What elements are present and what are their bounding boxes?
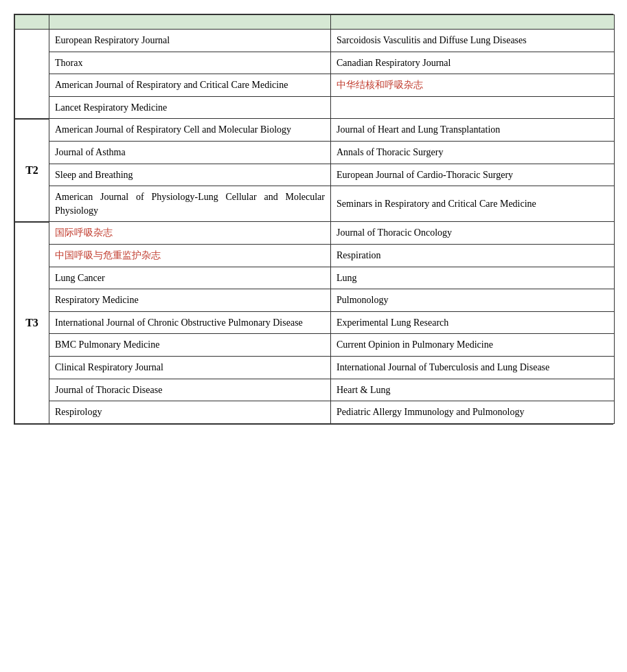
header-journal2: [331, 15, 615, 30]
journal-right: International Journal of Tuberculosis an…: [331, 356, 615, 379]
journal-left: Journal of Thoracic Disease: [49, 379, 331, 401]
table-row: Respiratory MedicinePulmonology: [15, 289, 615, 312]
journal-left: Sleep and Breathing: [49, 164, 331, 186]
table-row: American Journal of Physiology-Lung Cell…: [15, 186, 615, 222]
journal-right: European Journal of Cardio-Thoracic Surg…: [331, 164, 615, 186]
journal-right: Seminars in Respiratory and Critical Car…: [331, 186, 615, 222]
journal-right: 中华结核和呼吸杂志: [331, 74, 615, 97]
table-row: Lung CancerLung: [15, 267, 615, 289]
table-row: ThoraxCanadian Respiratory Journal: [15, 52, 615, 74]
journal-left: 国际呼吸杂志: [49, 222, 331, 245]
table-row: RespirologyPediatric Allergy Immunology …: [15, 401, 615, 424]
journal-left: Respirology: [49, 401, 331, 424]
table-row: American Journal of Respiratory and Crit…: [15, 74, 615, 97]
table-row: Clinical Respiratory JournalInternationa…: [15, 356, 615, 379]
journal-right: Annals of Thoracic Surgery: [331, 141, 615, 164]
journal-left: American Journal of Physiology-Lung Cell…: [49, 186, 331, 222]
journal-right: Sarcoidosis Vasculitis and Diffuse Lung …: [331, 30, 615, 52]
grade-cell-top: [15, 30, 49, 119]
table-row: Lancet Respiratory Medicine: [15, 96, 615, 119]
main-table-container: European Respiratory JournalSarcoidosis …: [14, 14, 613, 425]
journal-left: Clinical Respiratory Journal: [49, 356, 331, 379]
journal-right: Journal of Heart and Lung Transplantatio…: [331, 119, 615, 142]
journal-right: Experimental Lung Research: [331, 311, 615, 334]
journal-left: Thorax: [49, 52, 331, 74]
journal-right: Pulmonology: [331, 289, 615, 312]
journal-right: Respiration: [331, 244, 615, 267]
journal-left: Lancet Respiratory Medicine: [49, 96, 331, 119]
journal-left: Journal of Asthma: [49, 141, 331, 164]
journal-left: American Journal of Respiratory and Crit…: [49, 74, 331, 97]
journal-left: International Journal of Chronic Obstruc…: [49, 311, 331, 334]
header-grade: [15, 15, 49, 30]
table-row: Sleep and BreathingEuropean Journal of C…: [15, 164, 615, 186]
journal-right: [331, 96, 615, 119]
table-row: BMC Pulmonary MedicineCurrent Opinion in…: [15, 334, 615, 357]
table-row: T2American Journal of Respiratory Cell a…: [15, 119, 615, 142]
table-row: 中国呼吸与危重监护杂志Respiration: [15, 244, 615, 267]
journal-right: Lung: [331, 267, 615, 289]
journal-right: Canadian Respiratory Journal: [331, 52, 615, 74]
journal-table: European Respiratory JournalSarcoidosis …: [14, 14, 615, 424]
journal-right: Journal of Thoracic Oncology: [331, 222, 615, 245]
header-journal1: [49, 15, 331, 30]
header-row: [15, 15, 615, 30]
table-row: International Journal of Chronic Obstruc…: [15, 311, 615, 334]
journal-right: Pediatric Allergy Immunology and Pulmono…: [331, 401, 615, 424]
journal-left: 中国呼吸与危重监护杂志: [49, 244, 331, 267]
journal-left: American Journal of Respiratory Cell and…: [49, 119, 331, 142]
journal-right: Heart & Lung: [331, 379, 615, 401]
journal-left: BMC Pulmonary Medicine: [49, 334, 331, 357]
table-row: Journal of Thoracic DiseaseHeart & Lung: [15, 379, 615, 401]
journal-right: Current Opinion in Pulmonary Medicine: [331, 334, 615, 357]
table-row: T3国际呼吸杂志Journal of Thoracic Oncology: [15, 222, 615, 245]
grade-cell-t3: T3: [15, 222, 49, 423]
table-row: European Respiratory JournalSarcoidosis …: [15, 30, 615, 52]
journal-left: European Respiratory Journal: [49, 30, 331, 52]
journal-left: Lung Cancer: [49, 267, 331, 289]
journal-left: Respiratory Medicine: [49, 289, 331, 312]
grade-cell-t2: T2: [15, 119, 49, 222]
table-row: Journal of AsthmaAnnals of Thoracic Surg…: [15, 141, 615, 164]
